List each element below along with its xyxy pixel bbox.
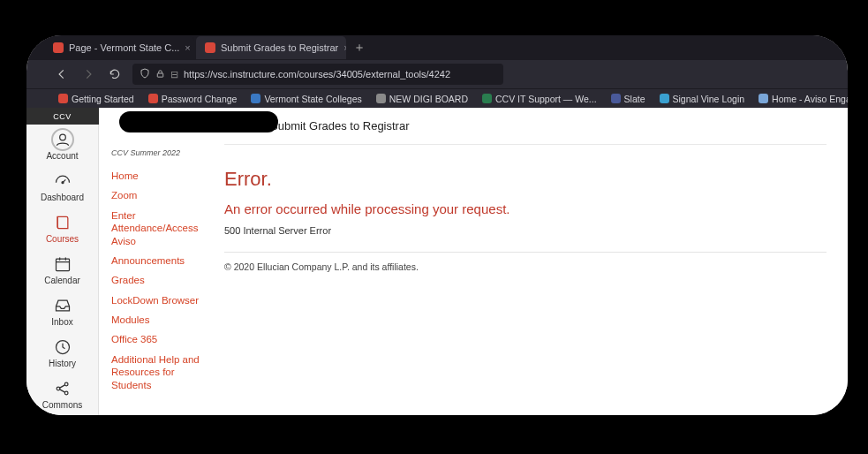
bookmark-favicon-icon <box>660 94 669 103</box>
nav-label: Dashboard <box>26 193 98 202</box>
tab-label: Page - Vermont State C... <box>69 42 179 53</box>
new-tab-button[interactable]: ＋ <box>348 40 371 56</box>
calendar-icon <box>26 254 98 274</box>
clock-icon <box>26 337 98 357</box>
tab-strip: Page - Vermont State C... × Submit Grade… <box>26 35 848 60</box>
copyright: © 2020 Ellucian Company L.P. and its aff… <box>224 261 826 272</box>
bookmark-label: Vermont State Colleges <box>264 94 361 104</box>
nav-label: Courses <box>26 234 98 244</box>
bookmark-item[interactable]: CCV IT Support — We... <box>477 94 602 104</box>
course-nav-link[interactable]: Office 365 <box>108 329 207 349</box>
nav-history[interactable]: History <box>26 332 98 374</box>
book-icon <box>26 213 98 232</box>
bookmark-label: CCV IT Support — We... <box>495 94 597 104</box>
breadcrumb-text: Submit Grades to Registrar <box>270 119 410 132</box>
bookmark-favicon-icon <box>376 94 386 103</box>
course-nav-link[interactable]: Enter Attendance/Access Aviso <box>108 206 207 251</box>
course-nav-link[interactable]: Home <box>108 166 207 185</box>
svg-point-6 <box>64 382 68 386</box>
back-button[interactable] <box>53 65 71 83</box>
bookmark-favicon-icon <box>611 94 621 103</box>
bookmark-label: Password Change <box>162 94 238 104</box>
svg-rect-3 <box>56 259 69 270</box>
svg-rect-0 <box>157 73 162 77</box>
address-bar[interactable]: ⊟ https://vsc.instructure.com/courses/34… <box>132 64 503 85</box>
reload-button[interactable] <box>106 65 124 83</box>
url-text: https://vsc.instructure.com/courses/3400… <box>184 69 450 79</box>
browser-tab[interactable]: Page - Vermont State C... × <box>44 36 194 59</box>
bookmark-item[interactable]: NEW DIGI BOARD <box>371 94 473 104</box>
brand-logo[interactable]: CCV <box>26 108 99 125</box>
shield-icon <box>140 68 150 80</box>
favicon-icon <box>205 42 215 53</box>
nav-label: Commons <box>26 400 98 410</box>
browser-tab[interactable]: Submit Grades to Registrar × <box>196 36 346 59</box>
nav-inbox[interactable]: Inbox <box>26 291 98 332</box>
nav-calendar[interactable]: Calendar <box>26 249 98 291</box>
bookmark-label: NEW DIGI BOARD <box>389 94 468 104</box>
browser-window: Page - Vermont State C... × Submit Grade… <box>26 35 848 415</box>
favicon-icon <box>53 42 64 53</box>
course-nav-link[interactable]: Modules <box>108 310 207 329</box>
bookmark-label: Getting Started <box>72 94 134 104</box>
bookmark-favicon-icon <box>58 94 68 103</box>
redaction-bar <box>119 111 278 132</box>
error-title: Error. <box>224 168 826 191</box>
course-nav-link[interactable]: Additional Help and Resources for Studen… <box>108 350 207 395</box>
divider <box>224 252 826 253</box>
canvas-app: CCV Account Dashboard Courses <box>26 108 848 415</box>
bookmark-item[interactable]: Vermont State Colleges <box>245 94 366 104</box>
breadcrumb: Submit Grades to Registrar <box>224 108 826 145</box>
course-nav-link[interactable]: Grades <box>108 270 207 290</box>
bookmark-item[interactable]: Password Change <box>143 94 243 104</box>
bookmark-label: Signal Vine Login <box>673 94 745 104</box>
browser-chrome: Page - Vermont State C... × Submit Grade… <box>26 35 848 108</box>
svg-point-7 <box>64 391 68 395</box>
bookmark-item[interactable]: Signal Vine Login <box>654 94 751 104</box>
bookmark-label: Slate <box>624 94 645 104</box>
bookmark-item[interactable]: Home - Aviso Engage <box>753 94 848 104</box>
error-message: An error occurred while processing your … <box>224 201 826 216</box>
bookmark-label: Home - Aviso Engage <box>772 94 848 104</box>
permissions-icon: ⊟ <box>170 69 178 80</box>
bookmark-item[interactable]: Slate <box>606 94 651 104</box>
nav-courses[interactable]: Courses <box>26 208 98 249</box>
content-area: Submit Grades to Registrar Error. An err… <box>214 108 848 415</box>
nav-label: Inbox <box>26 317 98 327</box>
nav-label: Calendar <box>26 276 98 285</box>
close-icon[interactable]: × <box>185 42 190 53</box>
course-nav-link[interactable]: Zoom <box>108 185 207 205</box>
inbox-icon <box>26 296 98 315</box>
global-nav: CCV Account Dashboard Courses <box>26 108 99 415</box>
course-nav-link[interactable]: LockDown Browser <box>108 291 207 310</box>
course-term: CCV Summer 2022 <box>111 148 207 157</box>
course-nav-link[interactable]: Announcements <box>108 251 207 270</box>
tab-label: Submit Grades to Registrar <box>221 42 338 53</box>
lock-icon <box>155 69 165 80</box>
bookmark-favicon-icon <box>251 94 260 103</box>
forward-button[interactable] <box>79 65 97 83</box>
error-detail: 500 Internal Server Error <box>224 225 826 236</box>
close-icon[interactable]: × <box>343 42 346 53</box>
nav-account[interactable]: Account <box>26 125 98 166</box>
course-nav: CCV Summer 2022 HomeZoomEnter Attendance… <box>99 108 214 415</box>
nav-label: Account <box>26 151 98 161</box>
share-icon <box>26 379 98 398</box>
bookmark-favicon-icon <box>482 94 492 103</box>
bookmarks-bar: Getting StartedPassword ChangeVermont St… <box>26 88 848 108</box>
nav-commons[interactable]: Commons <box>26 374 98 415</box>
bookmark-favicon-icon <box>148 94 158 103</box>
nav-dashboard[interactable]: Dashboard <box>26 166 98 208</box>
gauge-icon <box>26 171 98 191</box>
nav-label: History <box>26 359 98 368</box>
user-circle-icon <box>51 128 74 151</box>
svg-point-5 <box>57 387 60 390</box>
svg-point-2 <box>62 182 64 184</box>
bookmark-favicon-icon <box>759 94 768 103</box>
svg-point-1 <box>59 134 65 140</box>
toolbar: ⊟ https://vsc.instructure.com/courses/34… <box>26 60 848 88</box>
bookmark-item[interactable]: Getting Started <box>53 94 140 104</box>
